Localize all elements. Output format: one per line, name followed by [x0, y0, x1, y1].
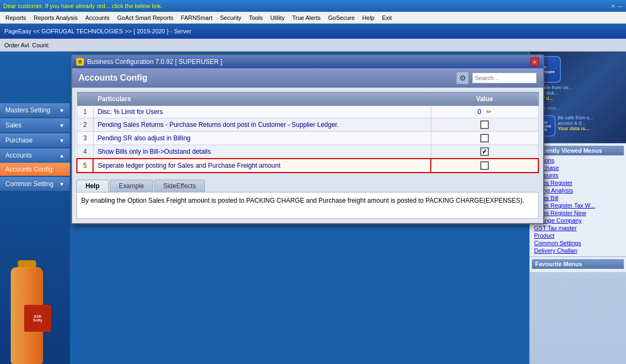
menu-farnsmart[interactable]: FARNSmart [177, 13, 216, 22]
tab-sideeffects[interactable]: SideEffects [154, 180, 205, 192]
dialog-overlay: B Business Configuration 7.0.92 [ SUPERU… [0, 52, 626, 364]
menu-accounts[interactable]: Accounts [82, 13, 112, 22]
row-num-4: 4 [77, 145, 93, 159]
menu-exit[interactable]: Exit [379, 13, 395, 22]
edit-icon-1[interactable]: ✏ [486, 108, 492, 116]
menu-help[interactable]: Help [359, 13, 378, 22]
row-num-3: 3 [77, 132, 93, 145]
row-value-4: ✓ [431, 145, 538, 159]
menu-gosecure[interactable]: GoSecure [325, 13, 358, 22]
menu-true-alerts[interactable]: True Alerts [289, 13, 324, 22]
table-row: 3 Pending SR also adjust in Billing [77, 132, 538, 145]
table-row: 2 Pending Sales Returns - Purchase Retur… [77, 118, 538, 132]
business-config-dialog: B Business Configuration 7.0.92 [ SUPERU… [71, 54, 544, 224]
close-btn[interactable]: ✕ [611, 3, 615, 9]
search-input[interactable] [472, 73, 537, 83]
order-count-label: Order Avl. Count: [4, 42, 49, 48]
row-particular-3: Pending SR also adjust in Billing [93, 132, 431, 145]
header-right: ⚙ [456, 72, 537, 84]
row-value-3 [431, 132, 538, 145]
row-num-2: 2 [77, 118, 93, 132]
tab-example[interactable]: Example [110, 180, 153, 192]
table-row: 4 Show Bills only in Bill->Outstand deta… [77, 145, 538, 159]
dialog-title-left: B Business Configuration 7.0.92 [ SUPERU… [76, 58, 222, 66]
dialog-icon: B [76, 58, 84, 66]
dialog-close-button[interactable]: × [530, 58, 539, 66]
row-value-1: 0 ✏ [431, 106, 538, 118]
row-particular-5: Seperate ledger posting for Sales and Pu… [93, 159, 431, 173]
help-text: By enabling the Option Sales Freight amo… [81, 197, 524, 204]
marquee-text: Dear customer, If you have already ord..… [3, 3, 607, 9]
config-table: Particulars Value 1 Disc. % Limit for Us… [76, 92, 539, 173]
table-row: 1 Disc. % Limit for Users 0 ✏ [77, 106, 538, 118]
tab-bar: Help Example SideEffects [72, 177, 543, 192]
help-text-area: By enabling the Option Sales Freight amo… [76, 192, 539, 219]
order-count-value [49, 42, 51, 48]
menu-reports-analysis[interactable]: Reports Analysis [31, 13, 81, 22]
table-area: Particulars Value 1 Disc. % Limit for Us… [72, 88, 543, 177]
checkbox-cell-5 [436, 161, 533, 170]
checkbox-cell-2 [436, 120, 534, 129]
row-value-5 [431, 159, 538, 173]
checkbox-cell-3 [436, 134, 534, 142]
row-num-5: 5 [77, 159, 93, 173]
dialog-titlebar: B Business Configuration 7.0.92 [ SUPERU… [72, 55, 543, 68]
app-info: PageEasy << GOFRUGAL TECHNOLOGIES >> { 2… [4, 28, 191, 34]
dialog-title-text: Business Configuration 7.0.92 [ SUPERUSE… [87, 58, 222, 66]
checkbox-3[interactable] [480, 134, 489, 142]
checkbox-5[interactable] [480, 161, 489, 170]
menu-goact[interactable]: GoAct Smart Reports [114, 13, 177, 22]
menu-security[interactable]: Security [217, 13, 245, 22]
row-value-2 [431, 118, 538, 132]
menu-tools[interactable]: Tools [246, 13, 266, 22]
menu-reports[interactable]: Reports [2, 13, 30, 22]
checkbox-cell-4: ✓ [436, 147, 534, 156]
row-particular-4: Show Bills only in Bill->Outstand detail… [93, 145, 431, 159]
gear-icon[interactable]: ⚙ [456, 72, 469, 84]
top-bar: Dear customer, If you have already ord..… [0, 0, 626, 12]
row-num-1: 1 [77, 106, 93, 118]
menu-utility[interactable]: Utility [267, 13, 288, 22]
row-particular-2: Pending Sales Returns - Purchase Returns… [93, 118, 431, 132]
minimize-btn[interactable]: — [617, 3, 623, 9]
content-header: Accounts Config ⚙ [72, 68, 543, 88]
app-header: PageEasy << GOFRUGAL TECHNOLOGIES >> { 2… [0, 24, 626, 39]
order-bar: Order Avl. Count: [0, 39, 626, 52]
col-particulars: Particulars [93, 92, 431, 106]
dialog-body: Accounts Config ⚙ Particulars Value [72, 68, 543, 223]
main-layout: AXESofty Masters Setting ▼ Sales ▼ Purch… [0, 52, 626, 364]
checkbox-2[interactable] [480, 120, 489, 129]
content-title: Accounts Config [79, 73, 147, 83]
col-num [77, 92, 93, 106]
table-row-highlighted: 5 Seperate ledger posting for Sales and … [77, 159, 538, 173]
checkbox-4[interactable]: ✓ [480, 147, 489, 156]
menu-bar: Reports Reports Analysis Accounts GoAct … [0, 12, 626, 24]
tab-help[interactable]: Help [76, 180, 109, 192]
row-particular-1: Disc. % Limit for Users [93, 106, 431, 118]
col-value: Value [431, 92, 538, 106]
